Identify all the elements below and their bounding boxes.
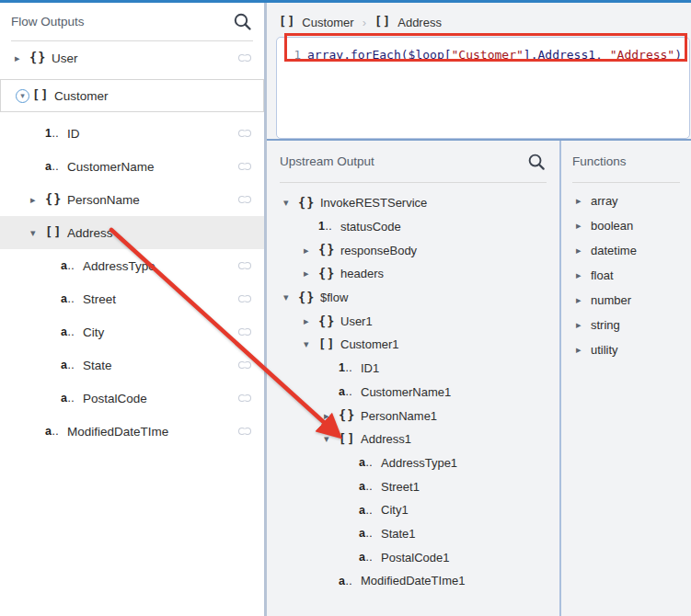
- search-icon[interactable]: [526, 152, 547, 172]
- mapping-link-icon[interactable]: [238, 428, 251, 435]
- string-type-icon: a..: [359, 505, 381, 517]
- chevron-right-icon[interactable]: ▸: [576, 221, 591, 231]
- chevron-down-icon[interactable]: ▾: [283, 198, 298, 208]
- tree-item-customer[interactable]: ▾[]Customer: [0, 79, 264, 112]
- code-token: ): [674, 48, 682, 62]
- tree-item-modifieddatetime[interactable]: a..ModifiedDateTIme: [0, 415, 264, 448]
- code-token: array.forEach($loop[: [307, 48, 452, 62]
- chevron-right-icon[interactable]: ▸: [576, 295, 591, 305]
- tree-item-label: string: [591, 318, 620, 332]
- tree-item-label: ModifiedDateTIme1: [361, 574, 465, 587]
- mapping-link-icon[interactable]: [238, 328, 251, 336]
- chevron-right-icon[interactable]: ▸: [576, 245, 591, 256]
- tree-item-label: User1: [340, 314, 373, 328]
- tree-item-label: InvokeRESTService: [320, 196, 427, 210]
- mapping-link-icon[interactable]: [238, 163, 251, 170]
- tree-item-customername1[interactable]: a..CustomerName1: [267, 381, 559, 405]
- mapping-link-icon[interactable]: [238, 54, 251, 62]
- mapping-link-icon[interactable]: [238, 130, 251, 137]
- tree-item-label: float: [591, 268, 614, 282]
- chevron-right-icon[interactable]: ▸: [304, 316, 318, 326]
- chevron-down-icon[interactable]: ▾: [324, 434, 339, 444]
- mapping-link-icon[interactable]: [238, 262, 251, 269]
- tree-item-city[interactable]: a..City: [0, 315, 264, 348]
- chevron-right-icon[interactable]: ▸: [30, 195, 45, 205]
- tree-item-id[interactable]: 1..ID: [0, 117, 264, 150]
- tree-item-postalcode1[interactable]: a..PostalCode1: [267, 545, 559, 569]
- code-string-token: "Customer": [452, 48, 524, 62]
- chevron-right-icon[interactable]: ▸: [576, 320, 591, 330]
- tree-item-state[interactable]: a..State: [0, 348, 264, 382]
- chevron-right-icon[interactable]: ▸: [324, 411, 339, 421]
- chevron-down-icon[interactable]: ▾: [283, 292, 298, 302]
- mapping-link-icon[interactable]: [238, 196, 251, 203]
- tree-item-label: City1: [381, 503, 409, 517]
- tree-item-city1[interactable]: a..City1: [267, 498, 559, 522]
- tree-item-state1[interactable]: a..State1: [267, 522, 559, 546]
- array-type-icon: []: [45, 226, 67, 239]
- tree-item-label: datetime: [591, 244, 637, 257]
- breadcrumb-segment-address[interactable]: []Address: [374, 16, 442, 29]
- tree-item-array[interactable]: ▸array: [561, 188, 691, 213]
- mapping-link-icon[interactable]: [238, 361, 251, 369]
- mapping-link-icon[interactable]: [238, 295, 251, 302]
- tree-item-label: PersonName1: [361, 409, 437, 423]
- tree-item-headers[interactable]: ▸{}headers: [267, 262, 559, 286]
- tree-item-float[interactable]: ▸float: [561, 263, 691, 288]
- flow-outputs-title: Flow Outputs: [11, 15, 85, 29]
- tree-item-customer1[interactable]: ▾[]Customer1: [267, 333, 559, 357]
- chevron-right-icon[interactable]: ▸: [304, 245, 318, 256]
- tree-item--flow[interactable]: ▾{}$flow: [267, 286, 559, 310]
- expression-editor[interactable]: 1 array.forEach($loop["Customer"].Addres…: [276, 37, 690, 139]
- code-token: ].Address1,: [524, 48, 610, 62]
- string-type-icon: a..: [339, 576, 361, 587]
- tree-item-string[interactable]: ▸string: [561, 313, 691, 337]
- chevron-right-icon[interactable]: ▸: [576, 196, 591, 206]
- tree-item-utility[interactable]: ▸utility: [561, 337, 691, 362]
- functions-panel: Functions ▸array▸boolean▸datetime▸float▸…: [561, 141, 691, 616]
- tree-item-datetime[interactable]: ▸datetime: [561, 238, 691, 263]
- tree-item-boolean[interactable]: ▸boolean: [561, 213, 691, 238]
- tree-item-personname1[interactable]: ▸{}PersonName1: [267, 404, 559, 428]
- tree-item-personname[interactable]: ▸{}PersonName: [0, 183, 264, 216]
- tree-item-responsebody[interactable]: ▸{}responseBody: [267, 238, 559, 262]
- chevron-down-icon[interactable]: ▾: [30, 228, 45, 238]
- chevron-down-icon[interactable]: ▾: [304, 339, 318, 349]
- code-line: 1 array.forEach($loop["Customer"].Addres…: [277, 42, 689, 66]
- tree-item-addresstype[interactable]: a..AddressType: [0, 249, 264, 282]
- tree-item-label: AddressType1: [381, 456, 457, 470]
- tree-item-invokerestservice[interactable]: ▾{}InvokeRESTService: [267, 191, 559, 215]
- tree-item-address[interactable]: ▾[]Address: [0, 216, 264, 249]
- string-type-icon: a..: [339, 386, 361, 398]
- tree-item-user1[interactable]: ▸{}User1: [267, 309, 559, 333]
- tree-item-user[interactable]: ▸{}User: [0, 41, 264, 74]
- tree-item-modifieddatetime1[interactable]: a..ModifiedDateTIme1: [267, 569, 559, 593]
- chevron-right-icon[interactable]: ▸: [15, 53, 29, 63]
- chevron-right-icon[interactable]: ▸: [576, 345, 591, 355]
- breadcrumb-segment-customer[interactable]: []Customer: [279, 16, 354, 29]
- object-type-icon: {}: [318, 268, 340, 280]
- object-type-icon: {}: [298, 291, 320, 304]
- mapping-link-icon[interactable]: [238, 394, 251, 402]
- tree-item-street[interactable]: a..Street: [0, 282, 264, 315]
- tree-item-id1[interactable]: 1..ID1: [267, 357, 559, 381]
- upstream-output-panel: Upstream Output ▾{}InvokeRESTService1..s…: [267, 141, 559, 616]
- string-type-icon: a..: [61, 260, 83, 272]
- chevron-right-icon[interactable]: ▸: [304, 268, 318, 279]
- tree-item-number[interactable]: ▸number: [561, 288, 691, 313]
- object-type-icon: {}: [298, 197, 320, 210]
- tree-item-label: PersonName: [67, 193, 140, 207]
- tree-item-statuscode[interactable]: 1..statusCode: [267, 215, 559, 239]
- chevron-right-icon[interactable]: ▸: [576, 270, 591, 280]
- breadcrumb: []Customer›[]Address: [279, 11, 442, 33]
- number-type-icon: 1..: [339, 362, 361, 374]
- chevron-down-circle-icon[interactable]: ▾: [16, 89, 29, 103]
- tree-item-postalcode[interactable]: a..PostalCode: [0, 382, 264, 415]
- tree-item-street1[interactable]: a..Street1: [267, 474, 559, 498]
- tree-item-addresstype1[interactable]: a..AddressType1: [267, 451, 559, 475]
- string-type-icon: a..: [61, 359, 83, 371]
- search-icon[interactable]: [232, 11, 253, 32]
- tree-item-customername[interactable]: a..CustomerName: [0, 150, 264, 183]
- tree-item-address1[interactable]: ▾[]Address1: [267, 428, 559, 451]
- tree-item-label: $flow: [320, 291, 348, 304]
